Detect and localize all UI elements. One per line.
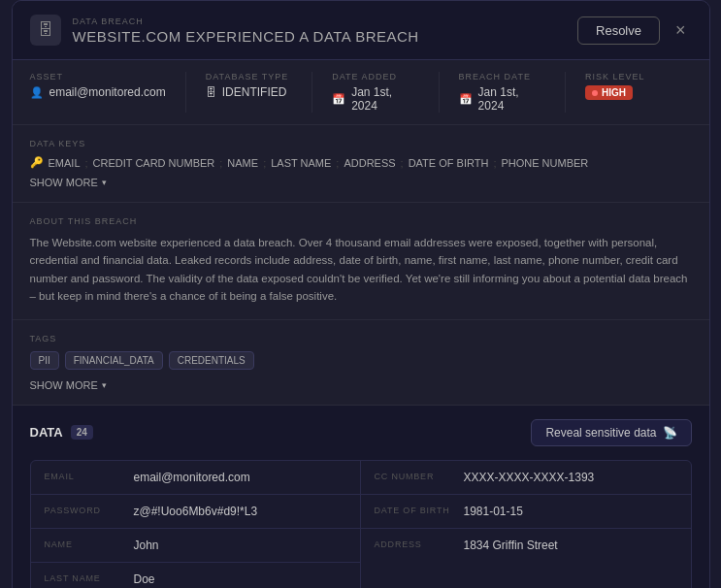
asset-label: ASSET: [30, 72, 166, 82]
data-row: LAST NAME Doe: [31, 563, 360, 588]
tags-list: PIIFINANCIAL_DATACREDENTIALS: [30, 351, 692, 370]
asset-row: ASSET email@monitored.com DATABASE TYPE …: [13, 60, 709, 125]
header-left: 🗄 Data Breach WEBSITE.COM EXPERIENCED A …: [30, 15, 419, 46]
tags-show-more[interactable]: SHOW MORE ▾: [30, 379, 692, 391]
tags-chevron-down-icon: ▾: [102, 380, 107, 390]
close-button[interactable]: ×: [670, 16, 692, 45]
data-section: DATA 24 Reveal sensitive data 📡 EMAIL em…: [13, 406, 709, 588]
header-title-block: Data Breach WEBSITE.COM EXPERIENCED A DA…: [73, 16, 419, 45]
data-key-item: PHONE NUMBER: [501, 157, 588, 169]
about-section: ABOUT THIS BREACH The Website.com websit…: [13, 203, 709, 320]
email-icon: [30, 85, 44, 99]
tag-item: FINANCIAL_DATA: [65, 351, 163, 370]
data-key-item: NAME: [227, 157, 258, 169]
data-col-right: CC NUMBER XXXX-XXXX-XXXX-1393DATE OF BIR…: [361, 461, 691, 588]
db-type-value: IDENTIFIED: [206, 85, 292, 99]
about-text: The Website.com website experienced a da…: [30, 234, 692, 306]
field-value: 1981-01-15: [464, 505, 523, 518]
key-separator: ;: [85, 157, 88, 169]
asset-value: email@monitored.com: [30, 85, 166, 99]
tag-item: PII: [30, 351, 59, 370]
date-added-label: DATE ADDED: [332, 72, 418, 82]
key-separator: ;: [219, 157, 222, 169]
tag-item: CREDENTIALS: [169, 351, 254, 370]
data-key-item: ADDRESS: [344, 157, 395, 169]
key-separator: ;: [336, 157, 339, 169]
field-value: email@monitored.com: [134, 471, 250, 484]
header-title-bold: WEBSITE.COM: [73, 28, 181, 45]
date-added-value: Jan 1st, 2024: [332, 85, 418, 113]
risk-label: RISK LEVEL: [585, 72, 672, 82]
resolve-button[interactable]: Resolve: [577, 16, 660, 45]
data-key-item: DATE OF BIRTH: [409, 157, 489, 169]
data-section-header: DATA 24 Reveal sensitive data 📡: [30, 419, 692, 446]
wifi-icon: 📡: [663, 426, 677, 440]
field-value: XXXX-XXXX-XXXX-1393: [464, 471, 595, 484]
data-keys-section: DATA KEYS 🔑 EMAIL;CREDIT CARD NUMBER;NAM…: [13, 125, 709, 203]
header-title: WEBSITE.COM EXPERIENCED A DATA BREACH: [73, 28, 419, 45]
tags-label: TAGS: [30, 334, 692, 343]
about-label: ABOUT THIS BREACH: [30, 216, 692, 226]
risk-dot: [592, 90, 598, 96]
calendar2-icon: [459, 92, 473, 106]
data-grid: EMAIL email@monitored.comPASSWORD z@#!Uo…: [30, 460, 692, 588]
field-label: PASSWORD: [45, 505, 122, 515]
header-actions: Resolve ×: [577, 16, 691, 45]
data-section-title: DATA 24: [30, 425, 93, 440]
field-value: 1834 Griffin Street: [464, 539, 558, 552]
data-row: PASSWORD z@#!Uoo6Mb6v#d9!*L3: [31, 495, 360, 529]
reveal-label: Reveal sensitive data: [545, 426, 656, 440]
field-label: CC NUMBER: [375, 471, 452, 481]
risk-value: HIGH: [585, 85, 672, 100]
data-key-item: EMAIL: [49, 157, 81, 169]
header-title-rest: EXPERIENCED A DATA BREACH: [181, 28, 419, 45]
risk-badge: HIGH: [585, 85, 633, 100]
data-row: NAME John: [31, 529, 360, 563]
calendar-icon: [332, 92, 345, 106]
data-key-item: CREDIT CARD NUMBER: [93, 157, 215, 169]
field-value: John: [134, 539, 159, 552]
modal-header: 🗄 Data Breach WEBSITE.COM EXPERIENCED A …: [13, 1, 709, 60]
key-separator: ;: [493, 157, 496, 169]
key-separator: ;: [263, 157, 266, 169]
data-count-badge: 24: [71, 425, 93, 440]
field-label: LAST NAME: [45, 572, 122, 583]
data-keys-list: 🔑 EMAIL;CREDIT CARD NUMBER;NAME;LAST NAM…: [30, 156, 692, 169]
field-value: Doe: [134, 572, 155, 586]
data-row: ADDRESS 1834 Griffin Street: [361, 529, 691, 562]
field-label: EMAIL: [45, 471, 122, 481]
header-subtitle: Data Breach: [73, 16, 419, 26]
data-key-item: LAST NAME: [271, 157, 331, 169]
data-row: DATE OF BIRTH 1981-01-15: [361, 495, 691, 529]
data-keys-show-more[interactable]: SHOW MORE ▾: [30, 177, 692, 188]
tags-section: TAGS PIIFINANCIAL_DATACREDENTIALS SHOW M…: [13, 320, 709, 406]
field-label: NAME: [45, 539, 122, 549]
data-row: CC NUMBER XXXX-XXXX-XXXX-1393: [361, 461, 691, 495]
data-row: EMAIL email@monitored.com: [31, 461, 360, 495]
data-keys-label: DATA KEYS: [30, 139, 692, 148]
reveal-sensitive-data-button[interactable]: Reveal sensitive data 📡: [531, 419, 691, 446]
database-icon: 🗄: [30, 15, 61, 46]
key-separator: ;: [401, 157, 404, 169]
key-icon: 🔑: [30, 156, 44, 169]
field-label: ADDRESS: [375, 539, 452, 549]
data-col-left: EMAIL email@monitored.comPASSWORD z@#!Uo…: [31, 461, 361, 588]
asset-cell-asset: ASSET email@monitored.com: [30, 72, 185, 113]
db-type-label: DATABASE TYPE: [206, 72, 292, 82]
data-breach-modal: 🗄 Data Breach WEBSITE.COM EXPERIENCED A …: [12, 0, 710, 588]
db-icon: [206, 85, 216, 99]
breach-date-label: BREACH DATE: [459, 72, 545, 82]
asset-cell-date-added: DATE ADDED Jan 1st, 2024: [311, 72, 438, 113]
asset-cell-breach-date: BREACH DATE Jan 1st, 2024: [439, 72, 565, 113]
field-value: z@#!Uoo6Mb6v#d9!*L3: [134, 505, 258, 518]
asset-cell-db-type: DATABASE TYPE IDENTIFIED: [185, 72, 311, 113]
breach-date-value: Jan 1st, 2024: [459, 85, 545, 113]
field-label: DATE OF BIRTH: [375, 505, 452, 515]
chevron-down-icon: ▾: [102, 178, 107, 187]
asset-cell-risk: RISK LEVEL HIGH: [565, 72, 691, 113]
